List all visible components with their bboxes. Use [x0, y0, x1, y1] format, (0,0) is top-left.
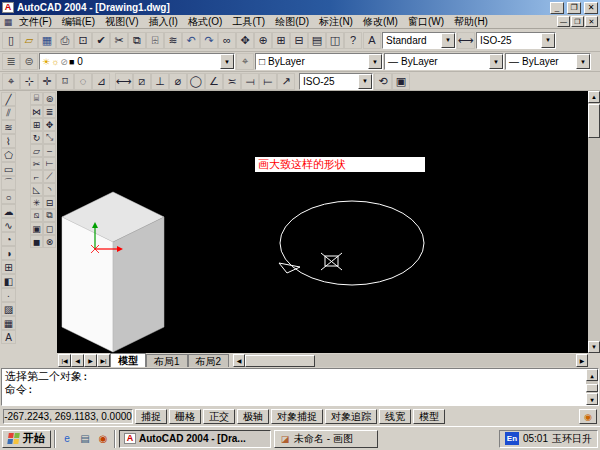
snap-center-icon[interactable]: ◌ [74, 73, 92, 90]
slice-icon[interactable]: ◼ [30, 235, 43, 248]
scroll-up-icon[interactable]: ▲ [586, 369, 598, 381]
mtext-icon[interactable]: A [1, 330, 16, 344]
text-style-icon[interactable]: A [363, 32, 381, 49]
tab-model[interactable]: 模型 [110, 353, 146, 367]
tray-clock[interactable]: 05:01 [523, 433, 548, 444]
3dorbit-icon[interactable]: ⊗ [43, 235, 56, 248]
quick-dimension-icon[interactable]: ≍ [223, 73, 241, 90]
menu-item[interactable]: 修改(M) [358, 15, 403, 29]
print-preview-icon[interactable]: ⊡ [74, 32, 92, 49]
lineweight-combo[interactable]: — ByLayer ▼ [505, 53, 591, 70]
hatch-icon[interactable]: ▨ [1, 302, 16, 316]
scale-icon[interactable]: ⤡ [43, 131, 56, 144]
dim-style-combo-top[interactable]: ISO-25 ▼ [476, 32, 556, 49]
baseline-dimension-icon[interactable]: ⟞ [241, 73, 259, 90]
mirror-icon[interactable]: ⋈ [30, 105, 43, 118]
layer-states-icon[interactable]: ⊜ [20, 53, 38, 70]
ime-language-icon[interactable]: En [505, 432, 519, 445]
arc-icon[interactable]: ⌒ [1, 176, 16, 190]
offset-icon[interactable]: ≣ [43, 105, 56, 118]
status-toggle-button[interactable]: 模型 [413, 409, 445, 424]
menu-item[interactable]: 帮助(H) [449, 15, 493, 29]
mdi-restore-button[interactable]: ❐ [571, 16, 584, 27]
status-toggle-button[interactable]: 捕捉 [135, 409, 167, 424]
revolve-icon[interactable]: ◻ [43, 222, 56, 235]
tab-next-button[interactable]: ▶ [84, 354, 97, 367]
drawing-document-icon[interactable]: ▦ [2, 16, 14, 27]
rectangle-icon[interactable]: ▭ [1, 162, 16, 176]
polyline-icon[interactable]: ⌇ [1, 134, 16, 148]
erase-icon[interactable]: ⌸ [30, 92, 43, 105]
scroll-down-icon[interactable]: ▼ [588, 341, 600, 353]
revcloud-icon[interactable]: ☁ [1, 204, 16, 218]
extend-icon[interactable]: ⟝ [43, 157, 56, 170]
menu-item[interactable]: 格式(O) [183, 15, 227, 29]
menu-item[interactable]: 标注(N) [314, 15, 358, 29]
break-icon[interactable]: ⟋ [43, 170, 56, 183]
circle-icon[interactable]: ○ [1, 190, 16, 204]
match-properties-icon[interactable]: ≋ [164, 32, 182, 49]
status-toggle-button[interactable]: 对象捕捉 [271, 409, 323, 424]
help-icon[interactable]: ? [344, 32, 362, 49]
status-toggle-button[interactable]: 对象追踪 [325, 409, 377, 424]
chevron-down-icon[interactable]: ▼ [441, 33, 455, 48]
zoom-previous-icon[interactable]: ⊟ [290, 32, 308, 49]
media-player-icon[interactable]: ◉ [95, 431, 111, 447]
tab-layout2[interactable]: 布局2 [188, 354, 230, 367]
layer-combo[interactable]: ☀☼⊘■ 0 ▼ [39, 53, 235, 70]
cut-icon[interactable]: ✂ [110, 32, 128, 49]
status-toggle-button[interactable]: 线宽 [379, 409, 411, 424]
linear-dimension-icon[interactable]: ⟷ [115, 73, 133, 90]
spelling-icon[interactable]: ✔ [92, 32, 110, 49]
chevron-down-icon[interactable]: ▼ [576, 54, 590, 69]
start-button[interactable]: 开始 [2, 430, 51, 448]
status-toggle-button[interactable]: 栅格 [169, 409, 201, 424]
horizontal-scroll-thumb[interactable] [245, 355, 315, 367]
internet-explorer-icon[interactable]: e [59, 431, 75, 447]
horizontal-scrollbar[interactable]: ◀ ▶ [233, 354, 588, 367]
pan-icon[interactable]: ✥ [236, 32, 254, 49]
chamfer-icon[interactable]: ◺ [30, 183, 43, 196]
rotate-icon[interactable]: ↻ [30, 131, 43, 144]
vertical-scroll-thumb[interactable] [588, 104, 600, 138]
chevron-down-icon[interactable]: ▼ [368, 54, 382, 69]
save-icon[interactable]: ▦ [38, 32, 56, 49]
redo-icon[interactable]: ↷ [200, 32, 218, 49]
angular-dimension-icon[interactable]: ∠ [205, 73, 223, 90]
union-icon[interactable]: ⊟ [43, 196, 56, 209]
menu-item[interactable]: 编辑(E) [57, 15, 100, 29]
menu-item[interactable]: 插入(I) [143, 15, 182, 29]
break-point-icon[interactable]: ⌐ [30, 170, 43, 183]
quick-leader-icon[interactable]: ↗ [277, 73, 295, 90]
menu-item[interactable]: 文件(F) [14, 15, 57, 29]
minimize-button[interactable]: _ [550, 2, 564, 14]
point-icon[interactable]: ∙ [1, 288, 16, 302]
dimension-update-icon[interactable]: ⟲ [374, 73, 392, 90]
lengthen-icon[interactable]: – [43, 144, 56, 157]
tab-prev-button[interactable]: ◀ [71, 354, 84, 367]
menu-item[interactable]: 工具(T) [227, 15, 270, 29]
menu-item[interactable]: 视图(V) [100, 15, 143, 29]
menu-item[interactable]: 绘图(D) [270, 15, 314, 29]
color-combo[interactable]: □ ByLayer ▼ [255, 53, 383, 70]
snap-endpoint-icon[interactable]: ⌑ [56, 73, 74, 90]
stretch-icon[interactable]: ▱ [30, 144, 43, 157]
tab-layout1[interactable]: 布局1 [146, 354, 188, 367]
ordinate-dimension-icon[interactable]: ⊥ [151, 73, 169, 90]
designcenter-icon[interactable]: ◫ [326, 32, 344, 49]
command-text-area[interactable]: 选择第二个对象: 命令: ▲ ▼ [1, 368, 599, 406]
make-block-icon[interactable]: ◧ [1, 274, 16, 288]
intersect-icon[interactable]: ⧉ [43, 209, 56, 222]
insert-block-icon[interactable]: ⊞ [1, 260, 16, 274]
command-prompt-line[interactable]: 命令: [5, 383, 595, 396]
mdi-close-button[interactable]: ✕ [585, 16, 598, 27]
snap-intersection-icon[interactable]: ⊿ [92, 73, 110, 90]
region-icon[interactable]: ▦ [1, 316, 16, 330]
print-icon[interactable]: ⎙ [56, 32, 74, 49]
scroll-down-icon[interactable]: ▼ [586, 393, 598, 405]
polygon-icon[interactable]: ⬠ [1, 148, 16, 162]
open-icon[interactable]: ▱ [20, 32, 38, 49]
insert-hyperlink-icon[interactable]: ∞ [218, 32, 236, 49]
chevron-down-icon[interactable]: ▼ [541, 33, 555, 48]
trim-icon[interactable]: ✂ [30, 157, 43, 170]
